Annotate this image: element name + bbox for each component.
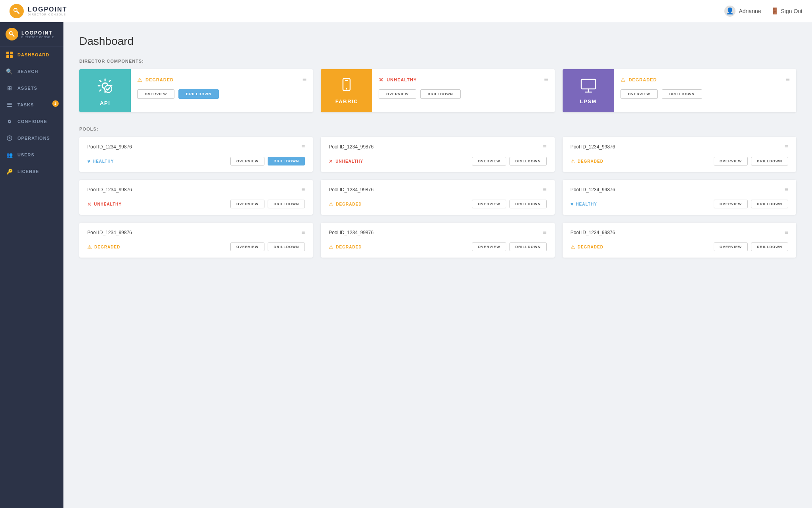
pool-filter-icon-4[interactable]: ≡ (543, 186, 546, 193)
sidebar-item-label-configure: CONFIGURE (17, 119, 47, 124)
pool-filter-icon-5[interactable]: ≡ (785, 186, 788, 193)
api-icon-block: API (79, 69, 131, 112)
lpsm-drilldown-button[interactable]: DRILLDOWN (662, 89, 702, 99)
sidebar-item-dashboard[interactable]: DASHBOARD (0, 46, 63, 63)
pool-overview-2[interactable]: OVERVIEW (714, 157, 748, 165)
pool-filter-icon-3[interactable]: ≡ (301, 186, 305, 193)
signout-label: Sign Out (781, 8, 802, 14)
svg-rect-13 (581, 79, 596, 89)
api-gear-icon (95, 75, 115, 96)
pool-actions-5: OVERVIEW DRILLDOWN (714, 200, 788, 208)
sidebar-item-assets[interactable]: ⊞ ASSETS (0, 80, 63, 96)
pool-overview-7[interactable]: OVERVIEW (472, 242, 506, 251)
pool-card-2: Pool ID_1234_99876 ≡ ⚠ DEGRADED OVERVIEW… (563, 137, 796, 172)
pools-grid: Pool ID_1234_99876 ≡ ♥ HEALTHY OVERVIEW … (79, 137, 796, 258)
signout-button[interactable]: 🚪 Sign Out (771, 7, 802, 15)
pool-card-6: Pool ID_1234_99876 ≡ ⚠ DEGRADED OVERVIEW… (79, 223, 313, 258)
fabric-icon-block: FABRIC (321, 69, 372, 112)
pool-status-5: ♥ HEALTHY (571, 201, 709, 207)
components-section-label: DIRECTOR COMPONENTS: (79, 59, 796, 64)
pool-drilldown-8[interactable]: DRILLDOWN (751, 242, 788, 251)
pool-drilldown-1[interactable]: DRILLDOWN (509, 157, 547, 165)
pool-drilldown-7[interactable]: DRILLDOWN (509, 242, 547, 251)
sidebar-item-search[interactable]: 🔍 SEARCH (0, 63, 63, 80)
pool-overview-4[interactable]: OVERVIEW (472, 200, 506, 208)
sidebar-item-users[interactable]: 👥 USERS (0, 146, 63, 163)
sidebar-item-tasks[interactable]: TASKS 1 (0, 96, 63, 113)
pool-actions-6: OVERVIEW DRILLDOWN (230, 242, 305, 251)
lpsm-actions: OVERVIEW DRILLDOWN (620, 89, 790, 99)
pool-card-0: Pool ID_1234_99876 ≡ ♥ HEALTHY OVERVIEW … (79, 137, 313, 172)
signout-icon: 🚪 (771, 7, 779, 15)
lpsm-status-icon: ⚠ (620, 77, 626, 83)
pool-overview-5[interactable]: OVERVIEW (714, 200, 748, 208)
sidebar: LOGPOINT DIRECTOR CONSOLE DASHBOARD 🔍 SE… (0, 22, 63, 508)
pool-filter-icon-7[interactable]: ≡ (543, 229, 546, 236)
fabric-actions: OVERVIEW DRILLDOWN (379, 89, 548, 99)
sidebar-item-configure[interactable]: CONFIGURE (0, 113, 63, 130)
pool-card-1: Pool ID_1234_99876 ≡ ✕ UNHEALTHY OVERVIE… (321, 137, 554, 172)
api-filter-icon[interactable]: ≡ (303, 75, 307, 84)
user-avatar-icon: 👤 (724, 6, 735, 17)
fabric-filter-icon[interactable]: ≡ (544, 75, 548, 84)
sidebar-item-license[interactable]: 🔑 LICENSE (0, 163, 63, 180)
lpsm-overview-button[interactable]: OVERVIEW (620, 89, 658, 99)
pool-drilldown-4[interactable]: DRILLDOWN (509, 200, 547, 208)
svg-rect-12 (345, 80, 348, 81)
sidebar-item-operations[interactable]: OPERATIONS (0, 130, 63, 146)
pool-filter-icon-6[interactable]: ≡ (301, 229, 305, 236)
topbar-actions: 👤 Adrianne 🚪 Sign Out (724, 6, 802, 17)
pool-filter-icon-1[interactable]: ≡ (543, 143, 546, 150)
pool-overview-0[interactable]: OVERVIEW (230, 157, 264, 165)
fabric-overview-button[interactable]: OVERVIEW (379, 89, 416, 99)
sidebar-item-label-operations: OPERATIONS (17, 136, 50, 140)
sidebar-nav: DASHBOARD 🔍 SEARCH ⊞ ASSETS TASKS 1 (0, 46, 63, 180)
pool-actions-2: OVERVIEW DRILLDOWN (714, 157, 788, 165)
svg-rect-5 (7, 104, 12, 105)
svg-line-3 (12, 34, 14, 36)
api-drilldown-button[interactable]: DRILLDOWN (178, 89, 219, 99)
pool-drilldown-5[interactable]: DRILLDOWN (751, 200, 788, 208)
pool-status-6: ⚠ DEGRADED (87, 244, 226, 250)
pool-drilldown-3[interactable]: DRILLDOWN (268, 200, 305, 208)
logo-area: LOGPOINT DIRECTOR CONSOLE (10, 4, 67, 18)
pool-status-3: ✕ UNHEALTHY (87, 201, 226, 207)
logo-icon (10, 4, 24, 18)
search-icon: 🔍 (6, 68, 13, 75)
pool-drilldown-2[interactable]: DRILLDOWN (751, 157, 788, 165)
pools-section: POOLS: Pool ID_1234_99876 ≡ ♥ HEALTHY OV… (79, 127, 796, 258)
pool-drilldown-6[interactable]: DRILLDOWN (268, 242, 305, 251)
lpsm-info: ⚠ DEGRADED ≡ OVERVIEW DRILLDOWN (614, 69, 796, 112)
pool-card-5: Pool ID_1234_99876 ≡ ♥ HEALTHY OVERVIEW … (563, 180, 796, 215)
pool-overview-6[interactable]: OVERVIEW (230, 242, 264, 251)
pool-card-4: Pool ID_1234_99876 ≡ ⚠ DEGRADED OVERVIEW… (321, 180, 554, 215)
pool-card-8: Pool ID_1234_99876 ≡ ⚠ DEGRADED OVERVIEW… (563, 223, 796, 258)
pool-overview-1[interactable]: OVERVIEW (472, 157, 506, 165)
pool-overview-3[interactable]: OVERVIEW (230, 200, 264, 208)
pool-filter-icon-2[interactable]: ≡ (785, 143, 788, 150)
pool-filter-icon-8[interactable]: ≡ (785, 229, 788, 236)
pool-id-1: Pool ID_1234_99876 (329, 144, 373, 150)
pool-id-3: Pool ID_1234_99876 (87, 187, 132, 192)
pool-id-8: Pool ID_1234_99876 (571, 230, 615, 235)
fabric-mobile-icon (338, 77, 355, 94)
page-title: Dashboard (79, 35, 796, 48)
sidebar-item-label-assets: ASSETS (17, 86, 37, 90)
pool-status-1: ✕ UNHEALTHY (329, 158, 467, 164)
api-overview-button[interactable]: OVERVIEW (137, 89, 174, 99)
assets-icon: ⊞ (6, 85, 13, 91)
pool-actions-3: OVERVIEW DRILLDOWN (230, 200, 305, 208)
pool-drilldown-0[interactable]: DRILLDOWN (268, 157, 305, 165)
pool-status-2: ⚠ DEGRADED (571, 158, 709, 164)
pool-card-3: Pool ID_1234_99876 ≡ ✕ UNHEALTHY OVERVIE… (79, 180, 313, 215)
component-card-api: API ⚠ DEGRADED ≡ OVERVIEW DRILLDOWN (79, 69, 313, 112)
lpsm-status-text: DEGRADED (629, 77, 657, 82)
pool-overview-8[interactable]: OVERVIEW (714, 242, 748, 251)
pool-status-7: ⚠ DEGRADED (329, 244, 467, 250)
fabric-drilldown-button[interactable]: DRILLDOWN (420, 89, 461, 99)
sidebar-logo-circle (6, 28, 18, 40)
pool-filter-icon-0[interactable]: ≡ (301, 143, 305, 150)
pool-status-8: ⚠ DEGRADED (571, 244, 709, 250)
lpsm-filter-icon[interactable]: ≡ (785, 75, 790, 84)
operations-icon (6, 135, 13, 141)
